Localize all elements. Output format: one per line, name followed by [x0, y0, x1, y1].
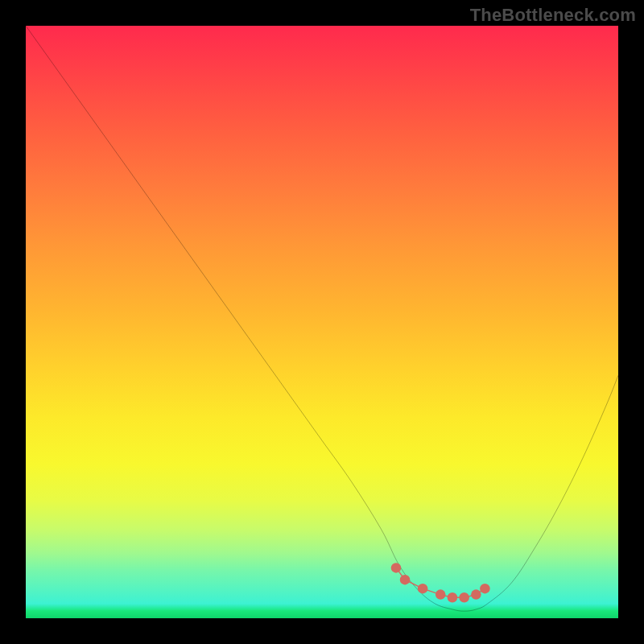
target-marker [459, 592, 469, 603]
target-marker [436, 589, 446, 600]
target-marker [471, 589, 481, 600]
target-range-markers [391, 563, 490, 602]
watermark-text: TheBottleneck.com [470, 5, 636, 26]
bottleneck-curve [26, 26, 618, 611]
target-marker [480, 584, 490, 594]
target-marker [391, 563, 402, 573]
target-marker [418, 584, 428, 594]
chart-wrapper: TheBottleneck.com [0, 0, 644, 644]
curve-layer [26, 26, 618, 618]
target-marker [448, 592, 458, 603]
target-marker [400, 575, 411, 585]
plot-area [26, 26, 618, 618]
